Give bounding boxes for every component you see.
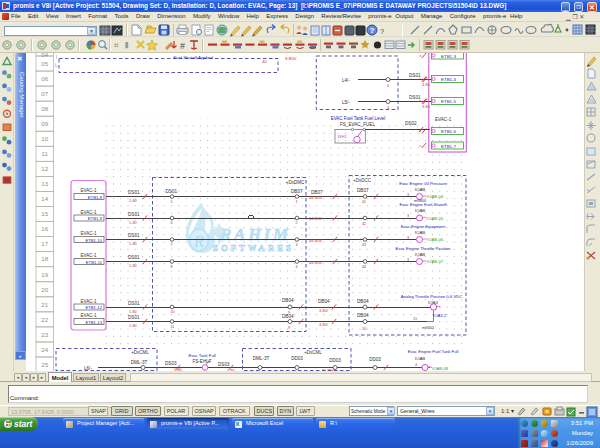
- svg-text:09: 09: [41, 120, 48, 127]
- svg-text:DD03: DD03: [329, 358, 341, 363]
- svg-text:3: 3: [296, 243, 298, 247]
- svg-text:DS01: DS01: [128, 212, 140, 217]
- svg-text:9-R/0/: 9-R/0/: [285, 56, 297, 61]
- svg-text:EVAC Fuel Tank Fuel Level: EVAC Fuel Tank Fuel Level: [331, 116, 386, 121]
- svg-text:3-80/: 3-80/: [319, 322, 329, 327]
- svg-text:15: 15: [41, 210, 48, 217]
- svg-text:23: 23: [41, 331, 48, 338]
- svg-text:1-80: 1-80: [129, 324, 137, 328]
- svg-text:41: 41: [362, 200, 366, 204]
- svg-text:34-R/0/: 34-R/0/: [309, 238, 323, 243]
- svg-text:43: 43: [362, 243, 366, 247]
- svg-text:DB04: DB04: [357, 299, 369, 304]
- svg-text:7: 7: [171, 243, 173, 247]
- svg-text:SOFTWARES: SOFTWARES: [213, 243, 294, 253]
- svg-text:11: 11: [41, 150, 48, 157]
- svg-text:22: 22: [41, 316, 48, 323]
- svg-text:IOAB-04.: IOAB-04.: [427, 194, 444, 199]
- svg-text:11: 11: [171, 325, 175, 329]
- svg-text:44: 44: [362, 265, 366, 269]
- svg-text:ETB1-10: ETB1-10: [85, 238, 102, 243]
- svg-text:IOA3-2: IOA3-2: [433, 313, 447, 318]
- svg-text:16: 16: [41, 225, 48, 232]
- svg-text:10: 10: [41, 135, 48, 142]
- svg-text:1-80: 1-80: [129, 264, 137, 268]
- svg-text:3: 3: [407, 258, 409, 262]
- svg-text:EVAC-1: EVAC-1: [81, 299, 97, 304]
- svg-text:Evac Engine Fuel Shutoff: Evac Engine Fuel Shutoff: [399, 202, 447, 207]
- svg-text:DB07: DB07: [291, 189, 303, 194]
- svg-text:DB04: DB04: [318, 299, 330, 304]
- svg-text:⫴: ⫴: [125, 41, 128, 50]
- svg-text:x: x: [420, 77, 422, 81]
- svg-text:+DxDMC: +DxDMC: [286, 180, 305, 185]
- svg-text:21: 21: [41, 301, 48, 308]
- svg-text:6: 6: [171, 221, 173, 225]
- svg-text:EVAC-1: EVAC-1: [435, 117, 452, 122]
- svg-text:25: 25: [41, 361, 48, 368]
- svg-text:IOAB-05.: IOAB-05.: [427, 216, 444, 221]
- svg-text:#: #: [180, 41, 185, 51]
- svg-text:13: 13: [41, 180, 48, 187]
- svg-text:IOAB: IOAB: [415, 230, 426, 235]
- svg-text:Evac Engine Throttle Position: Evac Engine Throttle Position: [396, 246, 452, 251]
- svg-text:ETB1-12: ETB1-12: [85, 305, 102, 310]
- svg-text:DB07: DB07: [357, 188, 369, 193]
- svg-text:5: 5: [171, 200, 173, 204]
- svg-text:I: I: [56, 55, 57, 60]
- svg-text:FS_EVAC_FUEL: FS_EVAC_FUEL: [340, 122, 375, 127]
- svg-text:34-R/0/: 34-R/0/: [309, 195, 323, 200]
- svg-text:06: 06: [41, 75, 48, 82]
- svg-text:R: R: [193, 233, 204, 250]
- svg-text:EVAC-1: EVAC-1: [81, 188, 97, 193]
- svg-text:EVAC-1: EVAC-1: [81, 253, 97, 258]
- svg-text:1-80: 1-80: [129, 310, 137, 314]
- svg-text:4: 4: [296, 265, 298, 269]
- svg-text:ETB1-4: ETB1-4: [441, 77, 456, 82]
- svg-text:IOAB: IOAB: [415, 208, 426, 213]
- svg-text:DS01: DS01: [128, 315, 140, 320]
- svg-text:Analog Throttle Position 0-6: Analog Throttle Position 0-6 VDC: [401, 294, 463, 299]
- svg-text:DS03: DS03: [165, 361, 177, 366]
- svg-text:1-80: 1-80: [129, 199, 137, 203]
- svg-text:34-R/0/: 34-R/0/: [309, 216, 323, 221]
- svg-text:m9800: m9800: [414, 198, 427, 203]
- svg-text:DS01: DS01: [128, 233, 140, 238]
- svg-text:+DxDCC: +DxDCC: [353, 178, 372, 183]
- svg-text:3: 3: [407, 193, 409, 197]
- svg-text:L4/-: L4/-: [342, 78, 350, 83]
- svg-text:Evac Engine Fuel Tank Full: Evac Engine Fuel Tank Full: [408, 349, 459, 354]
- svg-text:IOAB-08: IOAB-08: [432, 366, 449, 371]
- svg-text:07: 07: [41, 90, 48, 97]
- svg-text:19: 19: [41, 271, 48, 278]
- svg-text:18: 18: [41, 255, 48, 262]
- svg-text:DML-3T: DML-3T: [253, 356, 270, 361]
- svg-text:DS03: DS03: [218, 362, 230, 367]
- svg-text:4: 4: [415, 363, 417, 367]
- svg-text:DB04: DB04: [357, 313, 369, 318]
- svg-text:IOAB-07.: IOAB-07.: [427, 259, 444, 264]
- svg-text:ETB1-3: ETB1-3: [441, 54, 456, 59]
- svg-text:EVAC-1: EVAC-1: [81, 231, 97, 236]
- svg-text:DS01: DS01: [128, 190, 140, 195]
- svg-text:ETB1-11: ETB1-11: [86, 260, 103, 265]
- svg-text:10: 10: [362, 326, 367, 331]
- svg-text:08: 08: [41, 105, 48, 112]
- svg-text:L6/-: L6/-: [84, 366, 92, 371]
- svg-text:DS02: DS02: [405, 121, 417, 126]
- svg-text:ETB1-5: ETB1-5: [441, 99, 456, 104]
- svg-text:m9401: m9401: [422, 325, 435, 330]
- svg-text:IOAB: IOAB: [415, 356, 426, 361]
- svg-text:40: 40: [262, 59, 267, 64]
- svg-text:42: 42: [362, 222, 366, 226]
- svg-text:Evac Engine Equipment: Evac Engine Equipment: [401, 224, 447, 229]
- svg-text:34-R/0/: 34-R/0/: [309, 260, 323, 265]
- svg-text:DML-3T: DML-3T: [131, 360, 148, 365]
- svg-text:DS01: DS01: [128, 255, 140, 260]
- svg-text:1: 1: [296, 200, 298, 204]
- svg-text:04: 04: [41, 53, 48, 58]
- svg-text:1-80: 1-80: [129, 242, 137, 246]
- svg-text:EVAC-1: EVAC-1: [81, 313, 97, 318]
- svg-text:Evac Engine Oil Pressure: Evac Engine Oil Pressure: [399, 181, 447, 186]
- svg-text:IOAB-06.: IOAB-06.: [427, 237, 444, 242]
